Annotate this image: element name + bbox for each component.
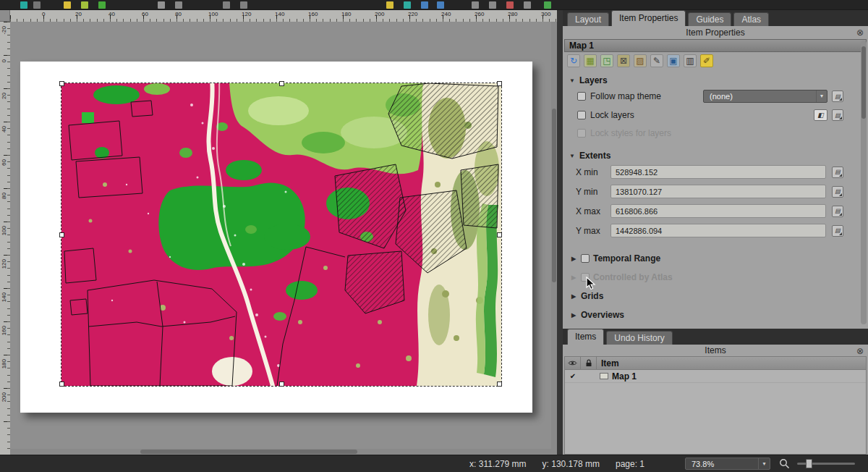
move-content-icon[interactable]: ✎ bbox=[650, 54, 663, 67]
overviews-header[interactable]: ▶ Overviews bbox=[563, 305, 868, 324]
toolbar-icon[interactable] bbox=[421, 1, 428, 9]
ruler-label: 40 bbox=[1, 126, 7, 132]
toolbar-icon[interactable] bbox=[223, 1, 230, 9]
tab-layout[interactable]: Layout bbox=[567, 12, 609, 26]
y-min-input[interactable] bbox=[610, 185, 826, 198]
update-map-preview-icon[interactable]: ↻ bbox=[567, 54, 580, 67]
layout-canvas[interactable] bbox=[10, 22, 557, 455]
zoom-level-value: 73.8% bbox=[686, 460, 758, 468]
map-item-toolbar: ↻ ▦ ◳ ⊠ ▨ ✎ ▣ ▥ ✐ bbox=[563, 52, 868, 69]
tab-guides[interactable]: Guides bbox=[688, 12, 731, 26]
map-theme-dropdown[interactable]: (none) ▾ bbox=[703, 90, 827, 103]
resize-handle-top-right[interactable] bbox=[497, 81, 502, 86]
clipping-settings-icon[interactable]: ▥ bbox=[684, 54, 697, 67]
toolbar-icon[interactable] bbox=[240, 1, 247, 9]
follow-map-theme-checkbox[interactable] bbox=[577, 92, 586, 101]
toolbar-icon[interactable] bbox=[506, 1, 514, 9]
toolbar-icon[interactable] bbox=[98, 1, 106, 9]
panel-close-icon[interactable]: ⊗ bbox=[856, 27, 864, 38]
canvas-horizontal-scrollbar[interactable] bbox=[10, 449, 557, 455]
ruler-label: 160 bbox=[308, 11, 318, 17]
items-table-row[interactable]: ✔ Map 1 bbox=[565, 370, 866, 383]
scrollbar-thumb[interactable] bbox=[552, 109, 556, 282]
resize-handle-top-left[interactable] bbox=[59, 81, 64, 86]
temporal-range-checkbox[interactable] bbox=[581, 254, 590, 263]
toolbar-icon[interactable] bbox=[20, 1, 27, 9]
items-panel-close-icon[interactable]: ⊗ bbox=[856, 345, 864, 357]
set-layer-visibility-button[interactable]: ◧ bbox=[814, 109, 827, 121]
magnifier-icon[interactable] bbox=[779, 458, 790, 469]
lock-layers-checkbox[interactable] bbox=[577, 111, 586, 119]
toolbar-icon[interactable] bbox=[158, 1, 165, 9]
toolbar-icon[interactable] bbox=[472, 1, 479, 9]
ruler-label: 120 bbox=[242, 11, 251, 17]
section-label: Temporal Range bbox=[593, 253, 660, 264]
extents-section-header[interactable]: ▼ Extents bbox=[563, 149, 868, 162]
resize-handle-bottom-middle[interactable] bbox=[279, 382, 284, 387]
toolbar-icon[interactable] bbox=[437, 1, 444, 9]
item-name-cell[interactable]: Map 1 bbox=[597, 370, 866, 382]
view-extent-in-canvas-icon[interactable]: ◳ bbox=[600, 54, 613, 67]
data-defined-override-button[interactable]: ▤ bbox=[832, 109, 843, 121]
data-defined-override-button[interactable]: ▤ bbox=[832, 167, 843, 178]
section-label: Overviews bbox=[581, 310, 624, 320]
chevron-down-icon: ▼ bbox=[569, 153, 576, 159]
tab-undo-history[interactable]: Undo History bbox=[606, 331, 672, 345]
zoom-slider[interactable] bbox=[797, 458, 855, 469]
toolbar-icon[interactable] bbox=[33, 1, 41, 9]
ruler-label: 300 bbox=[541, 11, 550, 17]
resize-handle-bottom-left[interactable] bbox=[59, 382, 64, 387]
resize-handle-middle-right[interactable] bbox=[497, 232, 502, 237]
lock-styles-label: Lock styles for layers bbox=[590, 128, 671, 138]
toolbar-icon[interactable] bbox=[404, 1, 411, 9]
toolbar-icon[interactable] bbox=[489, 1, 496, 9]
data-defined-override-button[interactable]: ▤ bbox=[832, 90, 843, 102]
zoom-level-dropdown[interactable]: 73.8% ▾ bbox=[685, 458, 770, 470]
tab-atlas[interactable]: Atlas bbox=[733, 12, 769, 26]
extent-row: X max ▤ bbox=[563, 201, 868, 221]
map-item[interactable] bbox=[61, 83, 501, 386]
data-defined-override-button[interactable]: ▤ bbox=[832, 206, 843, 217]
visibility-checkbox[interactable]: ✔ bbox=[565, 370, 581, 382]
x-min-input[interactable] bbox=[610, 165, 826, 179]
y-max-input[interactable] bbox=[610, 224, 826, 237]
scrollbar-thumb[interactable] bbox=[861, 46, 866, 119]
toolbar-icon[interactable] bbox=[81, 1, 88, 9]
resize-handle-middle-left[interactable] bbox=[59, 232, 64, 237]
toolbar-icon[interactable] bbox=[386, 1, 393, 9]
grids-header[interactable]: ▶ Grids bbox=[563, 287, 868, 305]
labeling-settings-icon[interactable]: ▣ bbox=[667, 54, 680, 67]
data-defined-override-button[interactable]: ▤ bbox=[832, 225, 843, 237]
toolbar-icon[interactable] bbox=[64, 1, 71, 9]
layers-section-header[interactable]: ▼ Layers bbox=[563, 74, 868, 87]
resize-handle-top-middle[interactable] bbox=[279, 81, 284, 86]
tab-item-properties[interactable]: Item Properties bbox=[611, 10, 686, 26]
set-map-canvas-extent-icon[interactable]: ▦ bbox=[584, 54, 597, 67]
lock-checkbox[interactable] bbox=[581, 370, 597, 382]
scrollbar-thumb[interactable] bbox=[140, 450, 357, 454]
data-defined-override-button[interactable]: ▤ bbox=[832, 186, 843, 198]
tab-items[interactable]: Items bbox=[567, 329, 604, 345]
override-icon: ▤ bbox=[835, 112, 841, 119]
status-bar: x: 311.279 mm y: 130.178 mm page: 1 73.8… bbox=[0, 455, 868, 472]
chevron-down-icon: ▼ bbox=[569, 77, 576, 84]
panel-scrollbar[interactable] bbox=[861, 41, 867, 324]
x-max-input[interactable] bbox=[610, 204, 826, 218]
temporal-range-header[interactable]: ▶ Temporal Range bbox=[563, 249, 868, 268]
toolbar-icon[interactable] bbox=[544, 1, 551, 9]
panel-tabbar: Layout Item Properties Guides Atlas bbox=[563, 10, 868, 26]
ruler-label: 80 bbox=[175, 11, 182, 17]
panel-splitter[interactable] bbox=[557, 10, 563, 455]
ruler-label: 100 bbox=[208, 11, 218, 17]
zoom-slider-handle[interactable] bbox=[806, 459, 812, 468]
toolbar-icon[interactable] bbox=[175, 1, 182, 9]
annotation-icon[interactable]: ✐ bbox=[700, 54, 713, 67]
toolbar-icon[interactable] bbox=[524, 1, 531, 9]
section-label: Extents bbox=[579, 151, 610, 161]
y-max-label: Y max bbox=[576, 226, 605, 236]
set-map-scale-icon[interactable]: ⊠ bbox=[617, 54, 630, 67]
interactive-edit-extent-icon[interactable]: ▨ bbox=[634, 54, 647, 67]
cursor-coordinates: x: 311.279 mm y: 130.178 mm page: 1 bbox=[469, 459, 644, 469]
resize-handle-bottom-right[interactable] bbox=[497, 382, 502, 387]
canvas-vertical-scrollbar[interactable] bbox=[551, 22, 557, 449]
